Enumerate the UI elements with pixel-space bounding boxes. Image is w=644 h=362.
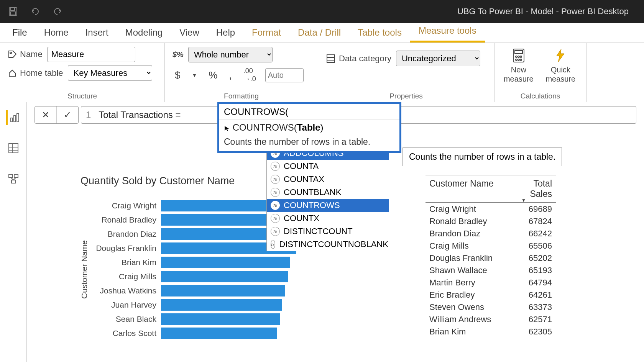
decimal-button[interactable]: .00→.0 [241, 66, 258, 85]
table-row[interactable]: Ronald Bradley67824 [426, 215, 556, 228]
currency-dropdown-icon[interactable]: ▼ [189, 70, 199, 80]
new-measure-button[interactable]: New measure [502, 47, 535, 84]
bar-label: Ronald Bradley [96, 215, 161, 224]
autocomplete-item[interactable]: fxCOUNTROWS [267, 199, 389, 212]
tab-data-drill[interactable]: Data / Drill [289, 23, 349, 43]
calculator-icon [510, 47, 527, 64]
data-category-select[interactable]: Uncategorized [396, 51, 480, 66]
autocomplete-item[interactable]: fxDISTINCTCOUNTNOBLANK [267, 238, 389, 251]
table-row[interactable]: Steven Owens63373 [426, 301, 556, 313]
function-icon: fx [271, 227, 280, 236]
bar[interactable] [161, 299, 282, 311]
group-calculations: New measure Quick measure Calculations [495, 43, 586, 102]
table-row[interactable]: Martin Berry64794 [426, 277, 556, 289]
column-header-sales[interactable]: Total Sales [506, 175, 556, 202]
window-title: UBG To Power BI - Model - Power BI Deskt… [63, 7, 636, 16]
percent-button[interactable]: % [206, 68, 220, 83]
decimal-places-input[interactable] [265, 68, 304, 82]
main-area: ✕ ✓ 1 Total Transactions = COUNTROWS( CO… [0, 102, 644, 362]
table-visual[interactable]: Customer Name Total Sales Craig Wright69… [426, 175, 556, 338]
svg-rect-18 [9, 144, 18, 153]
autocomplete-item[interactable]: fxCOUNTX [267, 212, 389, 225]
model-view-button[interactable] [6, 171, 21, 187]
svg-point-13 [518, 59, 519, 61]
svg-rect-1 [11, 8, 15, 10]
svg-point-9 [516, 56, 517, 57]
table-row[interactable]: Douglas Franklin65202 [426, 252, 556, 264]
table-row[interactable]: Shawn Wallace65193 [426, 264, 556, 277]
svg-point-12 [516, 59, 517, 61]
home-table-select[interactable]: Key Measures [68, 65, 152, 81]
home-icon [8, 69, 17, 78]
tab-home[interactable]: Home [36, 23, 77, 43]
bar-row: Carlos Scott [96, 326, 380, 340]
svg-point-10 [518, 56, 519, 57]
measure-name-input[interactable] [47, 47, 135, 62]
table-row[interactable]: Craig Mills65506 [426, 240, 556, 252]
quick-measure-button[interactable]: Quick measure [543, 47, 578, 84]
commit-formula-button[interactable]: ✓ [57, 106, 78, 123]
save-icon[interactable] [8, 6, 18, 17]
table-row[interactable]: Craig Wright69689 [426, 203, 556, 215]
undo-icon[interactable] [30, 6, 41, 17]
tab-help[interactable]: Help [208, 23, 243, 43]
tab-insert[interactable]: Insert [77, 23, 117, 43]
function-signature: COUNTROWS(Table) [219, 120, 399, 135]
svg-rect-23 [14, 174, 18, 177]
svg-rect-2 [10, 12, 16, 15]
tab-format[interactable]: Format [243, 23, 289, 43]
bar-label: Sean Black [96, 314, 161, 324]
svg-rect-8 [515, 51, 522, 54]
table-row[interactable]: William Andrews62571 [426, 313, 556, 326]
bar-row: Joshua Watkins [96, 283, 380, 298]
autocomplete-item[interactable]: fxDISTINCTCOUNT [267, 225, 389, 238]
svg-rect-16 [14, 116, 16, 122]
bar[interactable] [161, 271, 288, 282]
table-row[interactable]: Eric Bradley64261 [426, 289, 556, 301]
autocomplete-item[interactable]: fxCOUNTA [267, 160, 389, 173]
intellisense-tooltip: COUNTROWS( COUNTROWS(Table) Counts the n… [217, 102, 401, 153]
function-icon: fx [271, 175, 280, 184]
group-structure: Name Home table Key Measures Structure [0, 43, 165, 102]
comma-button[interactable]: , [227, 68, 234, 83]
autocomplete-side-help: Counts the number of rows in a table. [402, 147, 562, 166]
tab-table-tools[interactable]: Table tools [349, 23, 410, 43]
y-axis-label: Customer Name [80, 240, 89, 299]
svg-point-11 [520, 56, 522, 57]
bar[interactable] [161, 328, 277, 339]
bar[interactable] [161, 257, 290, 268]
bar-row: Craig Mills [96, 269, 380, 283]
svg-rect-4 [327, 55, 335, 62]
function-icon: fx [271, 201, 280, 210]
svg-point-3 [10, 52, 12, 54]
svg-rect-24 [12, 180, 15, 183]
column-header-name[interactable]: Customer Name [426, 175, 506, 202]
bar[interactable] [161, 313, 280, 325]
tab-file[interactable]: File [4, 23, 36, 43]
table-row[interactable]: Brian Kim62305 [426, 326, 556, 338]
ribbon-tabs: File Home Insert Modeling View Help Form… [0, 23, 644, 43]
tab-modeling[interactable]: Modeling [117, 23, 171, 43]
redo-icon[interactable] [52, 6, 63, 17]
autocomplete-item[interactable]: fxCOUNTAX [267, 173, 389, 186]
svg-rect-22 [9, 174, 13, 177]
bar-label: Carlos Scott [96, 329, 161, 338]
data-view-button[interactable] [6, 141, 21, 156]
bar-label: Juan Harvey [96, 300, 161, 310]
table-row[interactable]: Brandon Diaz66242 [426, 228, 556, 240]
lightning-icon [552, 47, 569, 64]
format-type-icon: $% [172, 50, 184, 59]
bar[interactable] [161, 285, 285, 296]
group-properties: Data category Uncategorized Properties [318, 43, 495, 102]
autocomplete-item[interactable]: fxCOUNTBLANK [267, 186, 389, 199]
bar-label: Brandon Diaz [96, 229, 161, 239]
tab-measure-tools[interactable]: Measure tools [410, 21, 485, 43]
cancel-formula-button[interactable]: ✕ [35, 106, 57, 123]
svg-rect-17 [17, 113, 19, 122]
bar-row: Sean Black [96, 312, 380, 326]
report-view-button[interactable] [6, 110, 21, 125]
autocomplete-dropdown[interactable]: fxADDCOLUMNSfxCOUNTAfxCOUNTAXfxCOUNTBLAN… [266, 146, 389, 251]
tab-view[interactable]: View [171, 23, 208, 43]
format-type-select[interactable]: Whole number [188, 47, 273, 62]
currency-button[interactable]: $ [172, 68, 182, 83]
